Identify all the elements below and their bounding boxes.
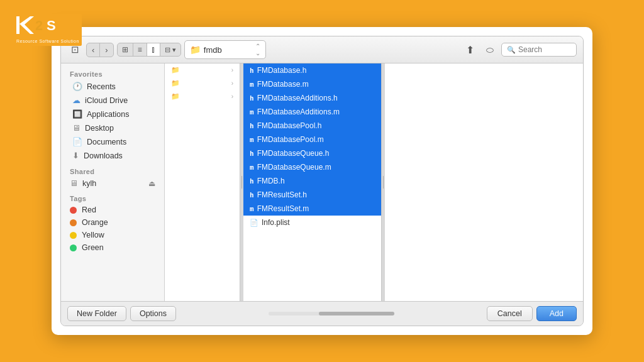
green-label: Green <box>82 243 104 252</box>
tag-button[interactable]: ⬭ <box>482 42 498 58</box>
dialog-content: ⊡ ‹ › ⊞ ≡ ⫿ ⊟ ▾ <box>60 36 584 326</box>
file-item-fmresultset-h[interactable]: hFMResultSet.h <box>243 188 381 202</box>
file-label: FMDatabasePool.h <box>257 121 322 130</box>
svg-text:S: S <box>47 18 56 33</box>
kylh-icon: 🖥 <box>70 178 78 188</box>
sidebar-item-icloud[interactable]: ☁ iCloud Drive <box>64 94 162 107</box>
col1-item1[interactable]: 📁 › <box>165 63 240 77</box>
documents-icon: 📄 <box>72 137 82 146</box>
svg-text:2: 2 <box>35 18 43 33</box>
col1-item3-icon: 📁 <box>171 92 180 101</box>
preview-panel <box>385 63 583 301</box>
search-bar[interactable]: 🔍 <box>501 43 577 57</box>
file-item-fmdatabase-m[interactable]: mFMDatabase.m <box>243 77 381 91</box>
view-cover-button[interactable]: ⊟ ▾ <box>160 43 180 56</box>
file-item-fmdatabasequeue-m[interactable]: mFMDatabaseQueue.m <box>243 160 381 174</box>
red-label: Red <box>82 206 96 214</box>
file-item-fmdatabasepool-h[interactable]: hFMDatabasePool.h <box>243 119 381 133</box>
file-label: FMDB.h <box>257 177 285 185</box>
share-button[interactable]: ⬆ <box>462 41 479 58</box>
col1-arrow1: › <box>231 67 233 74</box>
file-columns-area: 📁 › 📁 › 📁 <box>165 63 583 301</box>
eject-button[interactable]: ⏏ <box>148 179 155 188</box>
file-item-info-plist[interactable]: 📄Info.plist <box>243 216 381 229</box>
file-item-fmdatabasepool-m[interactable]: mFMDatabasePool.m <box>243 133 381 146</box>
bottom-bar: New Folder Options Cancel Add <box>61 301 583 326</box>
file-item-fmdb-h[interactable]: hFMDB.h <box>243 174 381 188</box>
dialog-window: ⊡ ‹ › ⊞ ≡ ⫿ ⊟ ▾ <box>52 27 592 335</box>
view-icons-button[interactable]: ⊞ <box>118 43 133 56</box>
file-item-fmdatabase-h[interactable]: hFMDatabase.h <box>243 63 381 77</box>
file-label: FMDatabase.h <box>257 66 307 75</box>
files-panel: hFMDatabase.hmFMDatabase.mhFMDatabaseAdd… <box>243 63 382 301</box>
applications-icon: 🔲 <box>72 109 82 119</box>
file-icon: m <box>250 136 254 144</box>
sidebar-item-recents[interactable]: 🕐 Recents <box>64 80 162 93</box>
file-label: FMResultSet.m <box>257 204 309 213</box>
recents-label: Recents <box>87 82 116 91</box>
icloud-label: iCloud Drive <box>85 96 128 105</box>
file-label: FMDatabase.m <box>257 80 309 89</box>
file-label: Info.plist <box>262 218 290 227</box>
sidebar-tag-red[interactable]: Red <box>61 204 164 216</box>
new-folder-button[interactable]: New Folder <box>67 306 126 321</box>
sidebar-item-applications[interactable]: 🔲 Applications <box>64 107 162 121</box>
file-item-fmdatabaseadditions-m[interactable]: mFMDatabaseAdditions.m <box>243 105 381 119</box>
file-icon: h <box>250 177 254 185</box>
location-text: fmdb <box>204 45 222 55</box>
horizontal-scrollbar[interactable] <box>269 312 394 315</box>
add-button[interactable]: Add <box>536 306 577 321</box>
file-label: FMDatabaseQueue.h <box>257 149 330 158</box>
options-button[interactable]: Options <box>130 306 176 321</box>
recents-icon: 🕐 <box>72 82 82 91</box>
yellow-dot <box>70 232 77 239</box>
logo-tagline: Resource Software Solution <box>16 39 79 45</box>
sidebar-item-documents[interactable]: 📄 Documents <box>64 135 162 148</box>
file-item-fmresultset-m[interactable]: mFMResultSet.m <box>243 202 381 216</box>
location-bar[interactable]: 📁 fmdb ⌃⌄ <box>184 40 266 59</box>
file-label: FMDatabasePool.m <box>257 135 324 144</box>
downloads-icon: ⬇ <box>72 151 79 160</box>
file-label: FMDatabaseAdditions.m <box>257 107 340 116</box>
col1-item2-icon: 📁 <box>171 79 180 87</box>
orange-dot <box>70 219 77 226</box>
applications-label: Applications <box>87 110 129 119</box>
desktop-label: Desktop <box>85 124 114 133</box>
col1-item3[interactable]: 📁 › <box>165 90 240 103</box>
sidebar-item-downloads[interactable]: ⬇ Downloads <box>64 149 162 162</box>
orange-label: Orange <box>82 218 108 227</box>
forward-button[interactable]: › <box>100 43 113 57</box>
sidebar-item-kylh[interactable]: 🖥 kylh ⏏ <box>61 177 164 190</box>
shared-label: Shared <box>61 163 164 177</box>
yellow-label: Yellow <box>82 231 104 239</box>
back-button[interactable]: ‹ <box>87 43 100 57</box>
sidebar-tag-green[interactable]: Green <box>61 241 164 254</box>
downloads-label: Downloads <box>84 151 123 160</box>
view-columns-button[interactable]: ⫿ <box>147 43 160 56</box>
search-input[interactable] <box>518 45 571 54</box>
documents-label: Documents <box>87 138 126 146</box>
file-item-fmdatabaseadditions-h[interactable]: hFMDatabaseAdditions.h <box>243 91 381 105</box>
toolbar: ⊡ ‹ › ⊞ ≡ ⫿ ⊟ ▾ <box>61 36 583 63</box>
view-list-button[interactable]: ≡ <box>133 43 147 56</box>
cancel-button[interactable]: Cancel <box>487 306 533 321</box>
sidebar-tag-orange[interactable]: Orange <box>61 216 164 229</box>
sidebar: Favorites 🕐 Recents ☁ iCloud Drive 🔲 <box>61 63 165 301</box>
file-icon: h <box>250 94 254 102</box>
file-label: FMDatabaseQueue.m <box>257 163 331 172</box>
file-icon: h <box>250 122 254 130</box>
sidebar-tag-yellow[interactable]: Yellow <box>61 229 164 241</box>
col1-arrow3: › <box>231 93 233 100</box>
file-item-fmdatabasequeue-h[interactable]: hFMDatabaseQueue.h <box>243 146 381 160</box>
icloud-icon: ☁ <box>72 96 80 105</box>
col1-arrow2: › <box>231 80 233 87</box>
nav-button-group: ‹ › <box>86 43 114 57</box>
col1-item2[interactable]: 📁 › <box>165 77 240 90</box>
sidebar-item-desktop[interactable]: 🖥 Desktop <box>64 121 162 134</box>
kylh-label: kylh <box>82 179 96 188</box>
location-chevron: ⌃⌄ <box>255 43 260 57</box>
file-icon: 📄 <box>250 219 258 227</box>
file-icon: h <box>250 67 254 75</box>
favorites-label: Favorites <box>61 67 164 79</box>
col1-panel: 📁 › 📁 › 📁 <box>165 63 240 301</box>
